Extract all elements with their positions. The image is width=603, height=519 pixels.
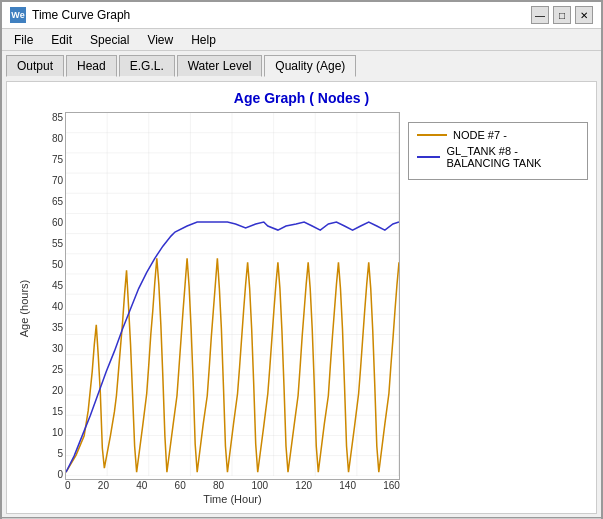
y-tick-45: 45 [37,280,63,291]
legend-line-blue [417,156,440,158]
menu-bar: File Edit Special View Help [2,29,601,51]
y-tick-10: 10 [37,427,63,438]
y-tick-85: 85 [37,112,63,123]
x-tick-20: 20 [98,480,109,491]
x-axis-labels: 0 20 40 60 80 100 120 140 160 [65,480,400,491]
x-axis-label: Time (Hour) [65,493,400,505]
title-bar: We Time Curve Graph — □ ✕ [2,2,601,29]
title-bar-controls: — □ ✕ [531,6,593,24]
svg-rect-4 [66,113,399,476]
main-window: We Time Curve Graph — □ ✕ File Edit Spec… [0,0,603,519]
x-tick-160: 160 [383,480,400,491]
legend-label-tank8: GL_TANK #8 - BALANCING TANK [446,145,579,169]
menu-edit[interactable]: Edit [43,31,80,49]
tab-water-level[interactable]: Water Level [177,55,263,77]
chart-body: Age (hours) 0 5 10 15 20 25 30 35 [15,112,588,505]
minimize-button[interactable]: — [531,6,549,24]
y-tick-40: 40 [37,301,63,312]
tab-head[interactable]: Head [66,55,117,77]
app-icon: We [10,7,26,23]
x-tick-60: 60 [175,480,186,491]
chart-title: Age Graph ( Nodes ) [15,90,588,106]
y-tick-80: 80 [37,133,63,144]
y-tick-60: 60 [37,217,63,228]
tab-bar: Output Head E.G.L. Water Level Quality (… [2,51,601,77]
legend-item-tank8: GL_TANK #8 - BALANCING TANK [417,145,579,169]
y-tick-25: 25 [37,364,63,375]
close-button[interactable]: ✕ [575,6,593,24]
y-tick-35: 35 [37,322,63,333]
y-tick-55: 55 [37,238,63,249]
inner-chart: 0 5 10 15 20 25 30 35 40 45 50 55 [65,112,400,480]
chart-with-legend: 0 5 10 15 20 25 30 35 40 45 50 55 [35,112,588,505]
y-tick-30: 30 [37,343,63,354]
menu-special[interactable]: Special [82,31,137,49]
maximize-button[interactable]: □ [553,6,571,24]
legend-label-node7: NODE #7 - [453,129,507,141]
x-tick-100: 100 [251,480,268,491]
y-tick-70: 70 [37,175,63,186]
y-tick-20: 20 [37,385,63,396]
title-bar-left: We Time Curve Graph [10,7,130,23]
tab-output[interactable]: Output [6,55,64,77]
legend-line-orange [417,134,447,136]
tab-egl[interactable]: E.G.L. [119,55,175,77]
y-tick-labels: 0 5 10 15 20 25 30 35 40 45 50 55 [37,112,63,480]
x-tick-40: 40 [136,480,147,491]
x-tick-0: 0 [65,480,71,491]
menu-file[interactable]: File [6,31,41,49]
legend-item-node7: NODE #7 - [417,129,579,141]
menu-view[interactable]: View [139,31,181,49]
y-tick-65: 65 [37,196,63,207]
x-tick-140: 140 [339,480,356,491]
x-tick-80: 80 [213,480,224,491]
chart-area: Age Graph ( Nodes ) Age (hours) 0 5 10 1… [6,81,597,514]
y-tick-50: 50 [37,259,63,270]
graph-area [65,112,400,480]
x-tick-120: 120 [295,480,312,491]
y-tick-5: 5 [37,448,63,459]
chart-svg [66,113,399,476]
window-title: Time Curve Graph [32,8,130,22]
y-tick-75: 75 [37,154,63,165]
menu-help[interactable]: Help [183,31,224,49]
y-axis-label: Age (hours) [15,112,33,505]
y-tick-15: 15 [37,406,63,417]
tab-quality-age[interactable]: Quality (Age) [264,55,356,77]
y-tick-0: 0 [37,469,63,480]
chart-container: 0 5 10 15 20 25 30 35 40 45 50 55 [35,112,400,505]
legend: NODE #7 - GL_TANK #8 - BALANCING TANK [408,122,588,180]
